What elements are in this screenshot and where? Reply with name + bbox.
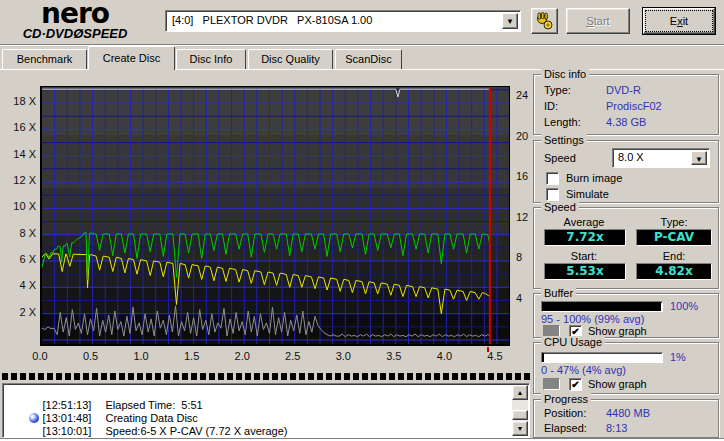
y-axis-left-tick: 4 X [0, 279, 36, 291]
buffer-panel: Buffer 100% 95 - 100% (99% avg) ✔ Show g… [533, 293, 719, 338]
buffer-percent: 100% [670, 300, 698, 312]
start-button[interactable]: Start [566, 8, 630, 34]
options-button[interactable] [531, 8, 558, 34]
elapsed-value: 8:13 [606, 422, 627, 434]
log-scrollbar[interactable]: ▲ ▼ [512, 385, 528, 436]
nero-cd-dvd-speed-window: { "header": { "logo_line1": "nero", "log… [0, 0, 724, 441]
x-axis-tick: 2.0 [228, 350, 256, 362]
cpu-bar-fill [542, 353, 544, 362]
disc-length-value: 4.38 GB [606, 116, 646, 128]
log-line: [13:10:01] Speed:6-5 X P-CAV (7.72 X ave… [5, 412, 511, 425]
y-axis-left-tick: 12 X [0, 174, 36, 186]
hand-tool-icon [535, 12, 554, 30]
start-value: 5.53x [544, 263, 626, 280]
log-separator [2, 373, 530, 380]
speed-graph: 2 X4 X6 X8 X10 X12 X14 X16 X18 X48121620… [0, 70, 531, 370]
disc-length-label: Length: [544, 116, 581, 128]
y-axis-left-tick: 2 X [0, 306, 36, 318]
y-axis-right-tick: 20 [516, 130, 528, 142]
tab-disc-info[interactable]: Disc Info [176, 49, 246, 69]
scroll-up-button[interactable]: ▲ [512, 385, 528, 400]
logo-nero: nero [10, 1, 140, 27]
average-label: Average [542, 216, 626, 228]
y-axis-right-tick: 12 [516, 211, 528, 223]
end-value: 4.82x [636, 263, 712, 280]
type-value: P-CAV [636, 229, 712, 246]
y-axis-left-tick: 8 X [0, 227, 36, 239]
cpu-show-graph-checkbox[interactable]: ✔ [569, 378, 582, 391]
average-value: 7.72x [544, 229, 626, 246]
y-axis-right-tick: 4 [516, 292, 522, 304]
y-axis-left-tick: 10 X [0, 200, 36, 212]
y-axis-left-tick: 14 X [0, 148, 36, 160]
cpu-range: 0 - 47% (4% avg) [541, 364, 626, 376]
speed-panel-title: Speed [541, 201, 579, 213]
elapsed-label: Elapsed: [544, 422, 587, 434]
speed-setting-label: Speed [544, 152, 576, 164]
burn-image-checkbox[interactable] [546, 172, 559, 185]
type-label: Type: [634, 216, 714, 228]
cpu-percent: 1% [670, 351, 686, 363]
drive-select-value: [4:0] PLEXTOR DVDR PX-810SA 1.00 [172, 14, 372, 26]
disc-type-value: DVD-R [606, 84, 641, 96]
x-axis-tick: 3.5 [380, 350, 408, 362]
y-axis-right-tick: 16 [516, 170, 528, 182]
tab-benchmark[interactable]: Benchmark [2, 49, 87, 69]
cpu-color-swatch [543, 378, 560, 390]
settings-panel: Settings Speed 8.0 X ▼ Burn image Simula… [533, 140, 719, 203]
drive-select-arrow[interactable]: ▼ [502, 13, 518, 29]
x-axis-tick: 2.5 [279, 350, 307, 362]
exit-button[interactable]: Exit [642, 7, 716, 35]
disc-info-title: Disc info [541, 68, 589, 80]
x-axis-tick: 4.5 [481, 350, 509, 362]
cpu-show-graph-label: Show graph [588, 378, 647, 390]
buffer-panel-title: Buffer [541, 287, 576, 299]
speed-select-arrow[interactable]: ▼ [691, 151, 707, 165]
simulate-label: Simulate [566, 188, 609, 200]
tab-page-create-disc: 2 X4 X6 X8 X10 X12 X14 X16 X18 X48121620… [0, 69, 724, 441]
log-line: [12:51:13] Elapsed Time: 5:51 [5, 386, 511, 399]
cpu-panel: CPU Usage 1% 0 - 47% (4% avg) ✔ Show gra… [533, 342, 719, 394]
y-axis-left-tick: 6 X [0, 253, 36, 265]
x-axis-tick: 4.0 [430, 350, 458, 362]
logo-cddvdspeed: CD·DVDØSPEED [10, 27, 140, 40]
scroll-thumb[interactable] [512, 410, 528, 420]
log-line: [13:10:01] Elapsed Time: 8:13 [5, 425, 511, 438]
y-axis-left-tick: 16 X [0, 121, 36, 133]
y-axis-right-tick: 24 [516, 89, 528, 101]
buffer-bar [541, 301, 663, 312]
log-box: [12:51:13] Elapsed Time: 5:51 [13:01:48]… [2, 383, 530, 438]
app-logo: nero CD·DVDØSPEED [10, 1, 140, 40]
tab-create-disc[interactable]: Create Disc [88, 46, 175, 70]
end-label: End: [634, 250, 714, 262]
y-axis-left-tick: 18 X [0, 95, 36, 107]
speed-panel: Speed Average Type: 7.72x P-CAV Start: E… [533, 207, 719, 289]
y-axis-right-tick: 8 [516, 251, 522, 263]
progress-panel: Progress Position: 4480 MB Elapsed: 8:13 [533, 399, 719, 438]
disc-info-panel: Disc info Type: DVD-R ID: ProdiscF02 Len… [533, 74, 719, 135]
disc-type-label: Type: [544, 84, 571, 96]
speed-graph-plot [40, 86, 510, 346]
settings-title: Settings [541, 134, 587, 146]
disc-id-value: ProdiscF02 [606, 100, 662, 112]
start-label: Start: [542, 250, 626, 262]
progress-panel-title: Progress [541, 393, 591, 405]
x-axis-tick: 0.5 [77, 350, 105, 362]
buffer-range: 95 - 100% (99% avg) [541, 313, 644, 325]
position-label: Position: [544, 407, 586, 419]
buffer-bar-fill [542, 302, 661, 311]
x-axis-tick: 1.0 [127, 350, 155, 362]
speed-select[interactable]: 8.0 X ▼ [612, 148, 710, 168]
tab-disc-quality[interactable]: Disc Quality [248, 49, 333, 69]
x-axis-tick: 0.0 [26, 350, 54, 362]
drive-select[interactable]: [4:0] PLEXTOR DVDR PX-810SA 1.00 ▼ [165, 10, 521, 32]
tab-scandisc[interactable]: ScanDisc [335, 49, 402, 69]
exit-button-label: Exit [670, 15, 688, 27]
start-button-label: Start [586, 15, 609, 27]
scroll-down-button[interactable]: ▼ [512, 421, 528, 436]
position-tick [487, 347, 489, 352]
cpu-panel-title: CPU Usage [541, 336, 605, 348]
x-axis-tick: 1.5 [178, 350, 206, 362]
cpu-bar [541, 352, 663, 363]
simulate-checkbox[interactable] [546, 188, 559, 201]
